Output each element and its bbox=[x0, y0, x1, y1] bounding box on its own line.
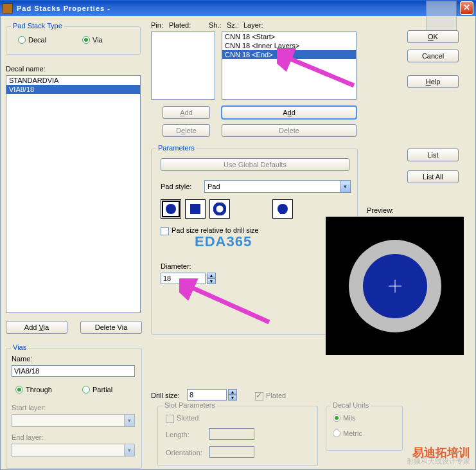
vias-label: Vias bbox=[11, 343, 28, 351]
chevron-down-icon: ▾ bbox=[124, 444, 134, 456]
col-sz: Sz.: bbox=[227, 21, 239, 29]
radio-metric: Metric bbox=[333, 429, 362, 437]
pin-add-button: Add bbox=[163, 106, 210, 119]
radio-decal[interactable]: Decal bbox=[18, 36, 46, 44]
layer-add-button[interactable]: Add bbox=[222, 106, 357, 119]
vias-name-label: Name: bbox=[12, 355, 32, 363]
client-area: Pad Stack Type Decal Via Decal name: STA… bbox=[0, 16, 476, 470]
via-name-input[interactable] bbox=[12, 365, 135, 377]
help-button[interactable]: Help bbox=[407, 75, 459, 88]
delete-via-button[interactable]: Delete Via bbox=[80, 321, 142, 334]
drill-size-label: Drill size: bbox=[151, 392, 180, 399]
decal-name-label: Decal name: bbox=[6, 65, 46, 73]
radio-partial[interactable]: Partial bbox=[82, 386, 112, 393]
diameter-label: Diameter: bbox=[161, 262, 191, 270]
list-all-button[interactable]: List All bbox=[407, 170, 459, 183]
list-button[interactable]: List bbox=[407, 149, 459, 161]
shape-annular[interactable] bbox=[209, 199, 230, 219]
layer-delete-button: Delete bbox=[222, 124, 357, 137]
slot-label: Slot Parameters bbox=[163, 401, 217, 409]
pin-delete-button: Delete bbox=[163, 124, 210, 137]
decal-name-list[interactable]: STANDARDVIA VIA8/18 bbox=[6, 75, 141, 313]
shape-square[interactable] bbox=[185, 199, 206, 219]
slot-orient-input bbox=[209, 446, 254, 458]
plated-check: Plated bbox=[255, 392, 286, 401]
end-layer-label: End layer: bbox=[12, 433, 44, 441]
close-button[interactable]: ✕ bbox=[460, 1, 473, 15]
cancel-button[interactable]: Cancel bbox=[407, 50, 459, 62]
col-sh: Sh.: bbox=[209, 21, 222, 29]
use-global-button: Use Global Defaults bbox=[161, 158, 349, 171]
layer-list[interactable]: CNN 18 <Start> CNN 18 <Inner Layers> CNN… bbox=[222, 32, 357, 100]
svg-rect-3 bbox=[280, 212, 285, 214]
shape-oval[interactable] bbox=[272, 199, 293, 219]
pad-style-label: Pad style: bbox=[161, 183, 191, 190]
layer-item[interactable]: CNN 18 <Inner Layers> bbox=[222, 41, 356, 50]
radio-mils: Mils bbox=[333, 414, 356, 422]
ok-button[interactable]: OK bbox=[407, 30, 459, 43]
slotted-check: Slotted bbox=[166, 414, 198, 423]
drill-size-input[interactable] bbox=[187, 389, 227, 401]
pad-style-combo[interactable]: Pad▾ bbox=[204, 180, 351, 193]
list-item[interactable]: VIA8/18 bbox=[6, 85, 140, 94]
svg-rect-1 bbox=[190, 204, 200, 214]
start-layer-combo: ▾ bbox=[12, 414, 135, 427]
slot-orient-label: Orientation: bbox=[166, 449, 202, 456]
pin-list[interactable] bbox=[151, 32, 215, 100]
col-pin: Pin: bbox=[151, 21, 163, 29]
layer-item[interactable]: CNN 18 <End> bbox=[222, 50, 356, 59]
window-title: Pad Stacks Properties - bbox=[17, 5, 460, 12]
list-item[interactable]: STANDARDVIA bbox=[6, 76, 140, 85]
parameters-label: Parameters bbox=[156, 144, 197, 152]
diameter-input[interactable] bbox=[161, 273, 206, 284]
brand-logo: 易迪拓培训 射频和天线设计专家 bbox=[407, 449, 470, 465]
slot-length-label: Length: bbox=[166, 431, 190, 438]
padstack-type-label: Pad Stack Type bbox=[11, 22, 64, 30]
radio-via[interactable]: Via bbox=[82, 36, 103, 44]
add-via-button[interactable]: Add Via bbox=[6, 321, 67, 334]
drill-size-spinner[interactable]: ▲▼ bbox=[228, 389, 237, 401]
diameter-spinner[interactable]: ▲▼ bbox=[207, 273, 216, 284]
svg-point-2 bbox=[215, 204, 225, 214]
decal-units-label: Decal Units bbox=[331, 401, 371, 409]
chevron-down-icon: ▾ bbox=[124, 415, 134, 426]
end-layer-combo: ▾ bbox=[12, 444, 135, 456]
radio-through[interactable]: Through bbox=[15, 386, 52, 393]
preview-canvas bbox=[326, 217, 464, 355]
slot-length-input bbox=[209, 428, 254, 440]
rel-size-check[interactable]: Pad size relative to drill size bbox=[161, 226, 259, 235]
preview-label: Preview: bbox=[367, 206, 394, 214]
layer-item[interactable]: CNN 18 <Start> bbox=[222, 32, 356, 41]
start-layer-label: Start layer: bbox=[12, 404, 46, 411]
app-icon bbox=[3, 3, 13, 14]
svg-point-0 bbox=[166, 204, 176, 214]
shape-circle[interactable] bbox=[161, 199, 181, 219]
chevron-down-icon[interactable]: ▾ bbox=[340, 181, 350, 192]
titlebar: Pad Stacks Properties - ✕ bbox=[0, 0, 476, 16]
col-plated: Plated: bbox=[169, 21, 191, 29]
col-layer: Layer: bbox=[243, 21, 263, 29]
